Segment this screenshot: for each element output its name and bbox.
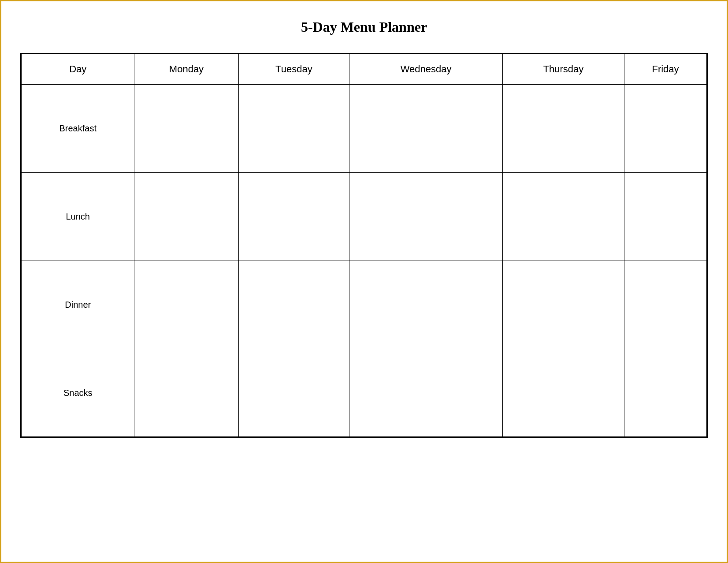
cell-lunch-wednesday[interactable]	[349, 173, 503, 261]
cell-lunch-friday[interactable]	[624, 173, 707, 261]
page-title: 5-Day Menu Planner	[301, 19, 427, 35]
cell-dinner-wednesday[interactable]	[349, 261, 503, 349]
meal-row: Dinner	[21, 261, 707, 349]
col-header-friday: Friday	[624, 54, 707, 85]
meal-label-breakfast: Breakfast	[21, 85, 134, 173]
cell-breakfast-monday[interactable]	[134, 85, 238, 173]
cell-breakfast-wednesday[interactable]	[349, 85, 503, 173]
meal-label-dinner: Dinner	[21, 261, 134, 349]
meal-row: Snacks	[21, 349, 707, 437]
cell-lunch-thursday[interactable]	[502, 173, 624, 261]
cell-snacks-monday[interactable]	[134, 349, 238, 437]
cell-lunch-tuesday[interactable]	[238, 173, 349, 261]
cell-breakfast-friday[interactable]	[624, 85, 707, 173]
cell-snacks-thursday[interactable]	[502, 349, 624, 437]
col-header-monday: Monday	[134, 54, 238, 85]
cell-dinner-friday[interactable]	[624, 261, 707, 349]
col-header-wednesday: Wednesday	[349, 54, 503, 85]
col-header-day: Day	[21, 54, 134, 85]
meal-label-snacks: Snacks	[21, 349, 134, 437]
col-header-tuesday: Tuesday	[238, 54, 349, 85]
col-header-thursday: Thursday	[502, 54, 624, 85]
meal-label-lunch: Lunch	[21, 173, 134, 261]
cell-snacks-tuesday[interactable]	[238, 349, 349, 437]
meal-row: Breakfast	[21, 85, 707, 173]
cell-dinner-monday[interactable]	[134, 261, 238, 349]
meal-row: Lunch	[21, 173, 707, 261]
cell-snacks-wednesday[interactable]	[349, 349, 503, 437]
menu-planner-table: Day Monday Tuesday Wednesday Thursday Fr…	[20, 53, 708, 438]
cell-breakfast-thursday[interactable]	[502, 85, 624, 173]
cell-snacks-friday[interactable]	[624, 349, 707, 437]
cell-dinner-thursday[interactable]	[502, 261, 624, 349]
cell-breakfast-tuesday[interactable]	[238, 85, 349, 173]
header-row: Day Monday Tuesday Wednesday Thursday Fr…	[21, 54, 707, 85]
cell-lunch-monday[interactable]	[134, 173, 238, 261]
cell-dinner-tuesday[interactable]	[238, 261, 349, 349]
